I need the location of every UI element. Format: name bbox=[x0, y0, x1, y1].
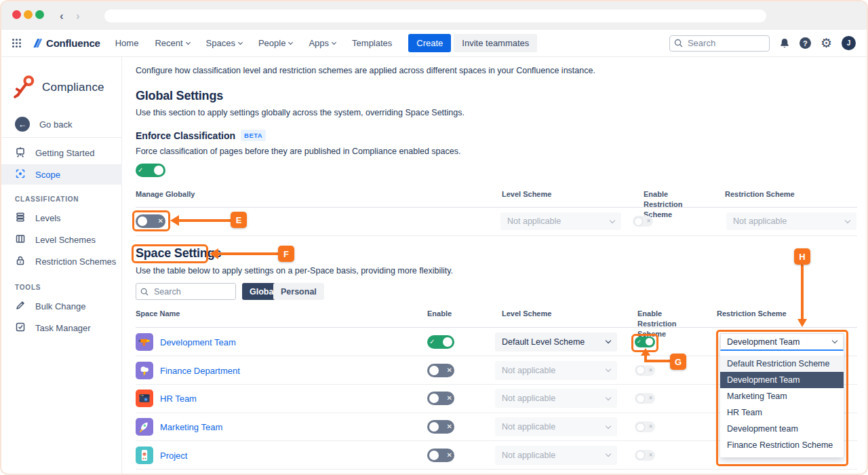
browser-back-icon[interactable]: ‹ bbox=[60, 10, 64, 23]
chevron-down-icon bbox=[606, 395, 611, 400]
settings-gear-icon[interactable]: ⚙ bbox=[821, 37, 832, 50]
filter-personal-button[interactable]: Personal bbox=[273, 283, 324, 300]
nav-item-spaces[interactable]: Spaces bbox=[206, 38, 242, 48]
browser-forward-icon[interactable]: › bbox=[76, 10, 80, 23]
space-name-link[interactable]: Marketing Team bbox=[160, 422, 222, 432]
sidebar-item-getting-started[interactable]: Getting Started bbox=[1, 142, 122, 163]
gs-restriction-scheme-dropdown[interactable]: Not applicable bbox=[726, 212, 856, 230]
chevron-down-icon bbox=[845, 217, 850, 223]
confluence-logo[interactable]: Confluence bbox=[31, 37, 100, 49]
space-name-link[interactable]: Project bbox=[160, 450, 187, 460]
annotation-marker-h: H bbox=[794, 248, 810, 265]
space-enable-toggle[interactable]: ✕ bbox=[427, 364, 454, 377]
annotation-box-f bbox=[132, 244, 208, 263]
toggle-knob bbox=[429, 366, 439, 375]
key-icon bbox=[12, 73, 37, 102]
ss-header-enable: Enable bbox=[427, 309, 452, 319]
level-scheme-dropdown[interactable]: Not applicable bbox=[495, 361, 617, 380]
space-name-link[interactable]: HR Team bbox=[160, 394, 197, 404]
sidebar-item-restriction-schemes[interactable]: Restriction Schemes bbox=[1, 251, 122, 271]
gs-header-restriction-scheme: Restriction Scheme bbox=[725, 189, 795, 200]
nav-item-templates[interactable]: Templates bbox=[352, 38, 392, 48]
traffic-light-close[interactable] bbox=[12, 10, 21, 19]
annotation-arrow-h bbox=[801, 265, 804, 319]
chevron-down-icon bbox=[332, 39, 336, 44]
gs-level-scheme-dropdown[interactable]: Not applicable bbox=[500, 212, 621, 230]
traffic-light-minimize[interactable] bbox=[24, 10, 33, 19]
space-enable-toggle[interactable]: ✕ bbox=[427, 449, 454, 462]
toggle-knob bbox=[637, 395, 644, 402]
create-button[interactable]: Create bbox=[408, 34, 451, 52]
scope-intro-text: Configure how classification level and r… bbox=[136, 66, 595, 75]
enforce-classification-title: Enforce Classification bbox=[136, 130, 235, 141]
chevron-down-icon bbox=[610, 217, 615, 223]
global-settings-title: Global Settings bbox=[136, 89, 223, 103]
ss-header-level-scheme: Level Scheme bbox=[502, 309, 551, 319]
annotation-box-h bbox=[716, 330, 848, 466]
cross-icon: ✕ bbox=[648, 368, 653, 373]
beta-badge: BETA bbox=[241, 130, 266, 141]
space-search-input[interactable] bbox=[136, 283, 236, 300]
level-scheme-dropdown[interactable]: Not applicable bbox=[495, 446, 617, 465]
space-enable-restriction-toggle[interactable]: ✕ bbox=[635, 393, 655, 404]
phone-icon bbox=[136, 446, 153, 464]
level-scheme-dropdown[interactable]: Default Level Scheme bbox=[495, 332, 617, 352]
cross-icon: ✕ bbox=[648, 396, 653, 401]
space-enable-restriction-toggle[interactable]: ✕ bbox=[635, 450, 655, 461]
sidebar-item-task-manager[interactable]: Task Manager bbox=[1, 318, 122, 338]
levels-icon bbox=[15, 212, 26, 225]
sidebar: Compliance ← Go back Getting StartedScop… bbox=[1, 57, 122, 475]
url-bar[interactable] bbox=[104, 10, 766, 22]
space-enable-toggle[interactable]: ✕ bbox=[427, 420, 454, 434]
toggle-knob bbox=[637, 423, 644, 431]
app-switcher-icon[interactable] bbox=[12, 39, 22, 48]
go-back-button[interactable]: ← Go back bbox=[1, 114, 122, 134]
chevron-down-icon bbox=[606, 366, 611, 372]
nav-menu: HomeRecentSpacesPeopleAppsTemplates bbox=[115, 38, 393, 48]
space-name-link[interactable]: Finance Department bbox=[160, 365, 240, 375]
nav-item-apps[interactable]: Apps bbox=[309, 38, 336, 48]
nav-item-home[interactable]: Home bbox=[115, 38, 139, 48]
toggle-knob bbox=[429, 394, 439, 403]
sidebar-item-level-schemes[interactable]: Level Schemes bbox=[1, 229, 122, 250]
space-enable-toggle[interactable]: ✓ bbox=[427, 335, 454, 349]
level-scheme-dropdown[interactable]: Not applicable bbox=[495, 417, 617, 436]
chevron-down-icon bbox=[186, 39, 191, 44]
gs-enable-restriction-toggle[interactable]: ✕ bbox=[633, 216, 653, 227]
scope-icon bbox=[15, 168, 26, 181]
traffic-light-zoom[interactable] bbox=[35, 10, 44, 19]
chevron-down-icon bbox=[606, 338, 611, 343]
invite-teammates-button[interactable]: Invite teammates bbox=[454, 34, 537, 52]
global-search-input[interactable] bbox=[669, 35, 770, 52]
toggle-knob bbox=[635, 218, 642, 225]
cross-icon: ✕ bbox=[646, 218, 651, 224]
cross-icon: ✕ bbox=[447, 367, 452, 374]
pencil-icon bbox=[15, 300, 26, 313]
annotation-box-e bbox=[132, 210, 170, 231]
space-enable-restriction-toggle[interactable]: ✕ bbox=[635, 421, 655, 432]
toggle-knob bbox=[637, 451, 644, 459]
compliance-app-name: Compliance bbox=[42, 81, 104, 94]
sidebar-item-bulk-change[interactable]: Bulk Change bbox=[1, 296, 122, 316]
level-scheme-dropdown[interactable]: Not applicable bbox=[495, 389, 617, 408]
space-enable-toggle[interactable]: ✕ bbox=[427, 392, 454, 405]
space-name-link[interactable]: Development Team bbox=[160, 337, 236, 347]
rocket-icon bbox=[136, 418, 153, 436]
nav-item-people[interactable]: People bbox=[258, 38, 292, 48]
sidebar-item-scope[interactable]: Scope bbox=[1, 164, 122, 185]
search-icon bbox=[140, 288, 149, 296]
chevron-down-icon bbox=[606, 423, 611, 428]
notifications-bell-icon[interactable] bbox=[779, 37, 790, 49]
sidebar-item-levels[interactable]: Levels bbox=[1, 208, 122, 228]
annotation-marker-e: E bbox=[231, 212, 247, 228]
help-icon[interactable]: ? bbox=[800, 37, 811, 49]
enforce-classification-toggle[interactable]: ✓ bbox=[136, 164, 165, 177]
toggle-knob bbox=[443, 337, 452, 347]
space-enable-restriction-toggle[interactable]: ✕ bbox=[635, 365, 655, 376]
nav-item-recent[interactable]: Recent bbox=[155, 38, 189, 48]
storm-cloud-icon bbox=[136, 362, 153, 379]
enforce-classification-toggle[interactable]: ✓ bbox=[136, 164, 165, 177]
user-avatar[interactable]: J bbox=[842, 36, 856, 50]
sidebar-section-classification: CLASSIFICATION bbox=[15, 195, 79, 203]
gs-enable-restriction-toggle[interactable]: ✕ bbox=[633, 216, 653, 227]
